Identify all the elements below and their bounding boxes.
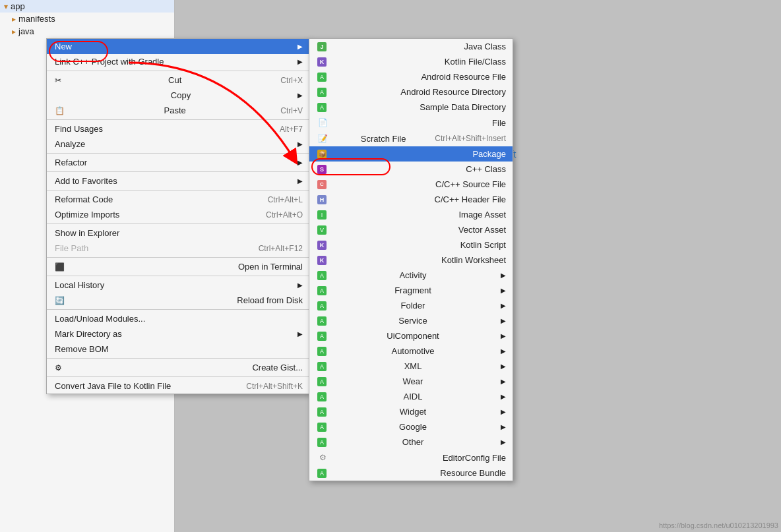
- submenu-arrow: ▶: [297, 330, 303, 338]
- menu-item-reformat[interactable]: Reformat Code Ctrl+Alt+L: [47, 192, 309, 207]
- submenu-item-package[interactable]: 📦 Package: [309, 146, 513, 162]
- menu-label-copy: Copy: [171, 90, 191, 100]
- menu-item-file-path[interactable]: File Path Ctrl+Alt+F12: [47, 241, 309, 256]
- paste-shortcut: Ctrl+V: [280, 106, 303, 115]
- menu-item-mark-dir[interactable]: Mark Directory as ▶: [47, 326, 309, 341]
- submenu-label-other: Other: [402, 437, 424, 447]
- h-icon: H: [317, 195, 327, 204]
- wear-arrow: ▶: [501, 378, 506, 385]
- java-icon: J: [317, 42, 327, 51]
- menu-item-link-cpp[interactable]: Link C++ Project with Gradle ▶: [47, 54, 309, 69]
- menu-item-copy[interactable]: Copy ▶: [47, 88, 309, 103]
- menu-item-local-history[interactable]: Local History ▶: [47, 278, 309, 293]
- image-icon: I: [317, 210, 327, 220]
- vector-icon: V: [317, 225, 327, 235]
- resource-icon: A: [317, 469, 327, 478]
- menu-item-optimize[interactable]: Optimize Imports Ctrl+Alt+O: [47, 207, 309, 222]
- submenu-item-editorconfig[interactable]: ⚙ EditorConfig File: [309, 450, 513, 465]
- divider: [47, 376, 309, 377]
- submenu-item-image-asset[interactable]: I Image Asset: [309, 207, 513, 222]
- cpp-icon: C: [317, 180, 327, 189]
- submenu-item-xml[interactable]: A XML ▶: [309, 359, 513, 374]
- menu-item-add-favorites[interactable]: Add to Favorites ▶: [47, 173, 309, 189]
- menu-label-optimize: Optimize Imports: [55, 210, 119, 220]
- divider: [47, 190, 309, 191]
- submenu-item-cpp-source[interactable]: C C/C++ Source File: [309, 177, 513, 192]
- submenu-label-folder: Folder: [401, 301, 425, 310]
- menu-item-load-modules[interactable]: Load/Unload Modules...: [47, 311, 309, 326]
- xml-arrow: ▶: [501, 363, 506, 370]
- submenu-label-kotlin-worksheet: Kotlin Worksheet: [441, 255, 506, 265]
- menu-item-remove-bom[interactable]: Remove BOM: [47, 341, 309, 357]
- gear-sub-icon: ⚙: [317, 452, 328, 463]
- cut-shortcut: Ctrl+X: [280, 76, 303, 85]
- submenu-item-file[interactable]: 📄 File: [309, 115, 513, 131]
- menu-label-reload: Reload from Disk: [237, 295, 303, 305]
- submenu-label-wear: Wear: [403, 376, 423, 386]
- submenu-item-resource-bundle[interactable]: A Resource Bundle: [309, 465, 513, 481]
- android-dir-icon: A: [317, 88, 327, 97]
- other-icon: A: [317, 438, 327, 447]
- tree-item-manifests[interactable]: ▸ manifests: [0, 13, 174, 25]
- submenu-item-google[interactable]: A Google ▶: [309, 419, 513, 434]
- submenu-item-cpp-header[interactable]: H C/C++ Header File: [309, 192, 513, 207]
- aidl-icon: A: [317, 392, 327, 401]
- submenu-item-sample-data[interactable]: A Sample Data Directory: [309, 100, 513, 115]
- menu-item-show-explorer[interactable]: Show in Explorer: [47, 225, 309, 241]
- submenu-item-kotlin-script[interactable]: K Kotlin Script: [309, 237, 513, 252]
- menu-item-cut[interactable]: ✂ Cut Ctrl+X: [47, 73, 309, 88]
- menu-item-terminal[interactable]: ⬛ Open in Terminal: [47, 259, 309, 274]
- menu-item-paste[interactable]: 📋 Paste Ctrl+V: [47, 103, 309, 118]
- widget-arrow: ▶: [501, 408, 506, 415]
- submenu-item-activity[interactable]: A Activity ▶: [309, 268, 513, 283]
- menu-item-convert-kotlin[interactable]: Convert Java File to Kotlin File Ctrl+Al…: [47, 378, 309, 394]
- menu-item-new[interactable]: New ▶: [47, 39, 309, 54]
- submenu-item-android-res-dir[interactable]: A Android Resource Directory: [309, 84, 513, 100]
- submenu-item-wear[interactable]: A Wear ▶: [309, 374, 513, 389]
- submenu-label-android-res-dir: Android Resource Directory: [400, 87, 506, 97]
- submenu-item-automotive[interactable]: A Automotive ▶: [309, 343, 513, 359]
- submenu-item-scratch[interactable]: 📝 Scratch File Ctrl+Alt+Shift+Insert: [309, 131, 513, 146]
- submenu-arrow: ▶: [297, 281, 303, 289]
- submenu-item-kotlin[interactable]: K Kotlin File/Class: [309, 54, 513, 69]
- folder-icon: ▸: [12, 27, 16, 36]
- menu-label-local-history: Local History: [55, 280, 104, 290]
- submenu-item-fragment[interactable]: A Fragment ▶: [309, 283, 513, 298]
- submenu-label-widget: Widget: [400, 407, 426, 417]
- submenu-item-widget[interactable]: A Widget ▶: [309, 404, 513, 419]
- ui-icon: A: [317, 332, 327, 341]
- tree-item-java[interactable]: ▸ java: [0, 25, 174, 38]
- submenu-item-java-class[interactable]: J Java Class: [309, 39, 513, 54]
- submenu-arrow: ▶: [297, 177, 303, 185]
- menu-label-new: New: [55, 42, 72, 51]
- menu-item-refactor[interactable]: Refactor ▶: [47, 155, 309, 170]
- watermark: https://blog.csdn.net/u010213201993: [659, 521, 778, 529]
- submenu-item-vector-asset[interactable]: V Vector Asset: [309, 222, 513, 237]
- tree-item-app[interactable]: ▾ app: [0, 0, 174, 13]
- menu-label-paste: Paste: [164, 105, 186, 115]
- submenu-item-cpp-class[interactable]: S C++ Class: [309, 162, 513, 177]
- submenu-item-android-res-file[interactable]: A Android Resource File: [309, 69, 513, 84]
- menu-label-analyze: Analyze: [55, 139, 85, 149]
- kotlin-worksheet-icon: K: [317, 256, 327, 265]
- tree-label-java: java: [18, 26, 34, 36]
- paste-icon: 📋: [55, 106, 65, 115]
- submenu-label-image-asset: Image Asset: [458, 210, 506, 220]
- optimize-shortcut: Ctrl+Alt+O: [266, 210, 303, 220]
- menu-item-find-usages[interactable]: Find Usages Alt+F7: [47, 121, 309, 136]
- fragment-icon: A: [317, 286, 327, 295]
- menu-item-analyze[interactable]: Analyze ▶: [47, 136, 309, 152]
- submenu-item-folder[interactable]: A Folder ▶: [309, 298, 513, 313]
- submenu-item-other[interactable]: A Other ▶: [309, 434, 513, 450]
- submenu-item-kotlin-worksheet[interactable]: K Kotlin Worksheet: [309, 252, 513, 268]
- divider: [47, 257, 309, 258]
- submenu-item-service[interactable]: A Service ▶: [309, 313, 513, 328]
- menu-item-create-gist[interactable]: ⚙ Create Gist...: [47, 360, 309, 375]
- submenu-item-uicomponent[interactable]: A UiComponent ▶: [309, 328, 513, 343]
- menu-item-reload[interactable]: 🔄 Reload from Disk: [47, 293, 309, 308]
- submenu-item-aidl[interactable]: A AIDL ▶: [309, 389, 513, 404]
- submenu-label-aidl: AIDL: [404, 392, 423, 401]
- cut-icon: ✂: [55, 76, 65, 85]
- submenu-label-android-res-file: Android Resource File: [421, 72, 506, 82]
- service-icon: A: [317, 316, 327, 326]
